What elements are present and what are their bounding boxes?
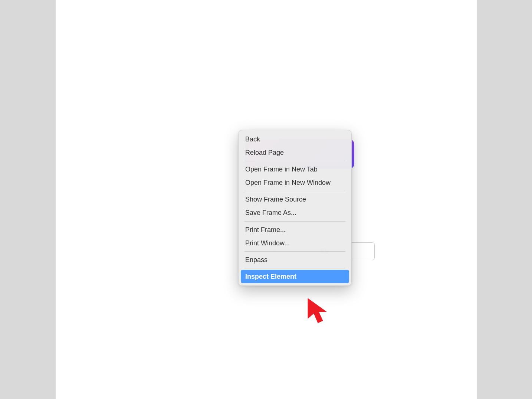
menu-separator (244, 251, 345, 252)
menu-separator (244, 221, 345, 222)
menu-item-print-frame[interactable]: Print Frame... (241, 223, 349, 236)
menu-item-open-frame-new-tab[interactable]: Open Frame in New Tab (241, 163, 349, 176)
menu-item-print-window[interactable]: Print Window... (241, 236, 349, 250)
menu-item-inspect-element[interactable]: Inspect Element (241, 270, 349, 283)
page-frame: ges here ES BackReload PageOpen Frame in… (56, 0, 477, 399)
menu-item-enpass[interactable]: Enpass (241, 253, 349, 266)
context-menu[interactable]: BackReload PageOpen Frame in New TabOpen… (238, 130, 352, 286)
annotation-cursor-arrow-icon (306, 297, 332, 327)
menu-separator (244, 191, 345, 191)
menu-item-open-frame-new-window[interactable]: Open Frame in New Window (241, 176, 349, 189)
menu-item-reload-page[interactable]: Reload Page (241, 146, 349, 159)
menu-item-show-frame-source[interactable]: Show Frame Source (241, 193, 349, 206)
menu-separator (244, 268, 345, 268)
menu-separator (244, 161, 345, 161)
menu-item-save-frame-as[interactable]: Save Frame As... (241, 206, 349, 219)
menu-item-back[interactable]: Back (241, 133, 349, 146)
